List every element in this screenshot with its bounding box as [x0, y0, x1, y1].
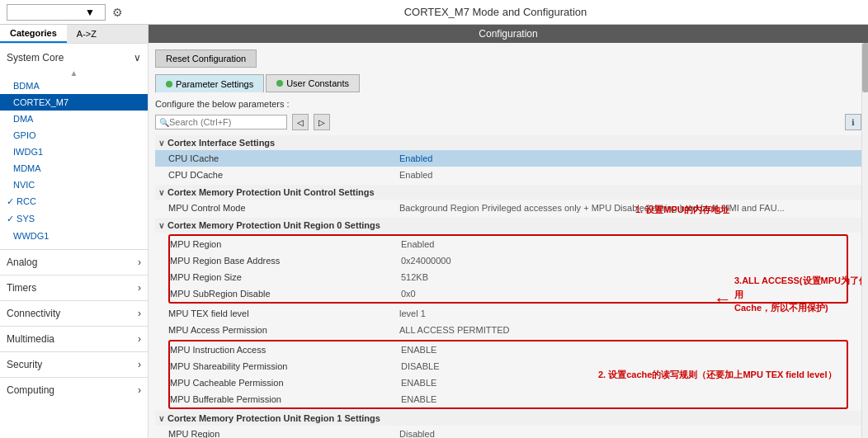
section-mpu-control: ∨ Cortex Memory Protection Unit Control … — [155, 185, 861, 216]
mpu-region1-label: Cortex Memory Protection Unit Region 1 S… — [167, 413, 380, 423]
app-title: CORTEX_M7 Mode and Configuration — [130, 6, 861, 18]
top-search-input[interactable] — [11, 7, 85, 17]
configure-text: Configure the below parameters : — [155, 99, 861, 109]
mpu-cacheable-name: MPU Cacheable Permission — [170, 378, 401, 388]
multimedia-header[interactable]: Multimedia › — [0, 328, 148, 350]
top-search-box[interactable]: ▼ — [7, 4, 106, 21]
section-mpu-region1: ∨ Cortex Memory Protection Unit Region 1… — [155, 411, 861, 438]
gear-icon[interactable]: ⚙ — [112, 6, 123, 19]
row-mpu-control-mode: MPU Control Mode Background Region Privi… — [155, 200, 861, 216]
section-mpu-control-header[interactable]: ∨ Cortex Memory Protection Unit Control … — [155, 185, 861, 200]
search-row: 🔍 ◁ ▷ ℹ — [155, 114, 861, 130]
mpu-access-value: ALL ACCESS PERMITTED — [399, 325, 848, 335]
scrollbar-thumb[interactable] — [862, 43, 868, 92]
mpu-tex-name: MPU TEX field level — [168, 308, 399, 318]
scrollbar-track[interactable] — [861, 43, 868, 438]
param-search-box[interactable]: 🔍 — [155, 115, 287, 130]
analog-chevron: › — [138, 257, 141, 268]
section-mpu-region0-header[interactable]: ∨ Cortex Memory Protection Unit Region 0… — [155, 218, 861, 233]
security-chevron: › — [138, 359, 141, 370]
mpu-access-name: MPU Access Permission — [168, 325, 399, 335]
row-mpu-access: MPU Access Permission ALL ACCESS PERMITT… — [155, 322, 861, 338]
sidebar-item-mdma[interactable]: MDMA — [0, 160, 148, 177]
mpu-region-name: MPU Region — [170, 239, 401, 249]
security-header[interactable]: Security › — [0, 354, 148, 375]
mpu-region1-name: MPU Region — [168, 429, 399, 438]
timers-chevron: › — [138, 282, 141, 294]
sidebar-item-nvic[interactable]: NVIC — [0, 177, 148, 193]
mpu-share-name: MPU Shareability Permission — [170, 361, 401, 371]
cpu-icache-value: Enabled — [399, 153, 848, 163]
row-mpu-cacheable: MPU Cacheable Permission ENABLE — [170, 374, 847, 391]
row-mpu-instruction: MPU Instruction Access ENABLE — [170, 341, 847, 358]
cortex-interface-label: Cortex Interface Settings — [167, 138, 275, 148]
tab-a-to-z[interactable]: A->Z — [67, 25, 106, 43]
sidebar-item-iwdg1[interactable]: IWDG1 — [0, 144, 148, 160]
info-button[interactable]: ℹ — [845, 114, 861, 130]
row-mpu-bufferable: MPU Bufferable Permission ENABLE — [170, 391, 847, 407]
reset-configuration-button[interactable]: Reset Configuration — [155, 49, 257, 68]
mpu-tex-value: level 1 — [399, 308, 848, 318]
scroll-up-arrow[interactable]: ▲ — [0, 68, 148, 78]
mpu-control-chevron: ∨ — [158, 188, 164, 197]
next-search-button[interactable]: ▷ — [314, 114, 330, 130]
connectivity-header[interactable]: Connectivity › — [0, 303, 148, 324]
mpu-share-value: DISABLE — [401, 361, 847, 371]
mpu-bufferable-value: ENABLE — [401, 394, 847, 404]
section-cortex-interface: ∨ Cortex Interface Settings CPU ICache E… — [155, 135, 861, 183]
system-core-label: System Core — [7, 52, 64, 64]
analog-label: Analog — [7, 257, 37, 268]
mpu-region-size-value: 512KB — [401, 272, 847, 282]
tab-parameter-settings[interactable]: Parameter Settings — [155, 74, 264, 92]
sidebar-section-system-core: System Core ∨ ▲ BDMA CORTEX_M7 DMA GPIO … — [0, 44, 148, 247]
section-cortex-interface-header[interactable]: ∨ Cortex Interface Settings — [155, 135, 861, 150]
mpu-region1-chevron: ∨ — [158, 414, 164, 423]
sidebar-item-rcc[interactable]: RCC — [0, 193, 148, 210]
mpu-region0-chevron: ∨ — [158, 221, 164, 230]
computing-label: Computing — [7, 384, 54, 396]
row-mpu-region: MPU Region Enabled — [170, 236, 847, 252]
system-core-chevron: ∨ — [134, 52, 141, 64]
mpu-control-mode-name: MPU Control Mode — [168, 203, 399, 213]
section-mpu-region0: ∨ Cortex Memory Protection Unit Region 0… — [155, 218, 861, 409]
mpu-cacheable-value: ENABLE — [401, 378, 847, 388]
timers-label: Timers — [7, 282, 36, 294]
mpu-base-address-name: MPU Region Base Address — [170, 256, 401, 266]
cpu-dcache-value: Enabled — [399, 170, 848, 180]
sidebar-item-sys[interactable]: SYS — [0, 210, 148, 228]
param-search-icon: 🔍 — [159, 118, 169, 127]
mpu-region1-value: Disabled — [399, 429, 848, 438]
prev-search-button[interactable]: ◁ — [292, 114, 309, 130]
cpu-icache-name: CPU ICache — [168, 153, 399, 163]
content-area: Configuration Reset Configuration Parame… — [149, 25, 868, 438]
user-constants-dot — [276, 80, 283, 87]
sidebar-tabs: Categories A->Z — [0, 25, 148, 44]
mpu-region-size-name: MPU Region Size — [170, 272, 401, 282]
sidebar-item-bdma[interactable]: BDMA — [0, 78, 148, 94]
param-tabs: Parameter Settings User Constants — [155, 74, 861, 92]
content-body: Reset Configuration Parameter Settings U… — [149, 43, 868, 438]
tab-categories[interactable]: Categories — [0, 25, 67, 43]
search-dropdown-icon[interactable]: ▼ — [85, 7, 95, 18]
computing-header[interactable]: Computing › — [0, 379, 148, 401]
connectivity-chevron: › — [138, 308, 141, 319]
section-mpu-region1-header[interactable]: ∨ Cortex Memory Protection Unit Region 1… — [155, 411, 861, 426]
system-core-header[interactable]: System Core ∨ — [0, 47, 148, 68]
computing-chevron: › — [138, 384, 141, 396]
sidebar-item-dma[interactable]: DMA — [0, 111, 148, 127]
multimedia-label: Multimedia — [7, 333, 54, 345]
row-mpu-subregion: MPU SubRegion Disable 0x0 — [170, 285, 847, 302]
connectivity-label: Connectivity — [7, 308, 60, 319]
row-cpu-dcache: CPU DCache Enabled — [155, 167, 861, 183]
sidebar-item-cortex-m7[interactable]: CORTEX_M7 — [0, 94, 148, 111]
timers-header[interactable]: Timers › — [0, 277, 148, 299]
analog-header[interactable]: Analog › — [0, 252, 148, 273]
mpu-region-value: Enabled — [401, 239, 847, 249]
row-mpu-tex: MPU TEX field level level 1 — [155, 305, 861, 322]
param-settings-label: Parameter Settings — [176, 79, 253, 89]
sidebar-item-gpio[interactable]: GPIO — [0, 127, 148, 144]
param-search-input[interactable] — [169, 117, 260, 127]
mpu-base-address-value: 0x24000000 — [401, 256, 847, 266]
tab-user-constants[interactable]: User Constants — [266, 74, 360, 92]
sidebar-item-wwdg1[interactable]: WWDG1 — [0, 228, 148, 244]
